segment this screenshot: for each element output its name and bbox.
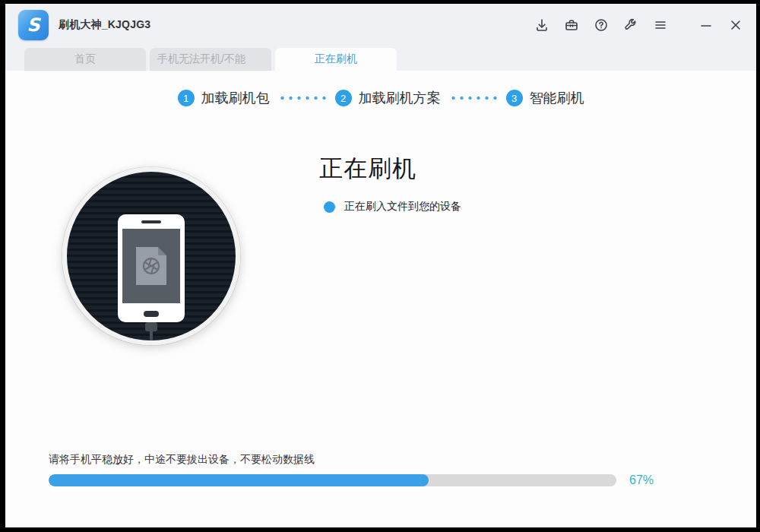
step-3: 3 智能刷机 — [506, 89, 584, 107]
status-text: 正在刷入文件到您的设备 — [344, 200, 461, 214]
tab-bar: 首页 手机无法开机/不能 正在刷机 — [5, 46, 756, 71]
toolbox-icon[interactable] — [562, 15, 581, 35]
step-2-circle: 2 — [335, 90, 352, 106]
usb-plug — [145, 322, 157, 331]
tab-home[interactable]: 首页 — [24, 48, 146, 71]
flashing-illustration — [62, 167, 240, 345]
step-indicator: 1 加载刷机包 2 加载刷机方案 3 智能刷机 — [5, 89, 756, 107]
step-1-circle: 1 — [178, 90, 195, 106]
step-connector-dots — [278, 96, 327, 100]
step-3-label: 智能刷机 — [530, 89, 584, 107]
svg-text:S: S — [27, 14, 41, 36]
phone-illustration — [118, 214, 185, 322]
progress-percent-label: 67% — [629, 473, 654, 487]
menu-icon[interactable] — [651, 15, 670, 35]
close-button[interactable] — [726, 15, 746, 35]
tab-phone-wont-boot-label: 手机无法开机/不能 — [157, 52, 245, 66]
step-1-label: 加载刷机包 — [201, 89, 270, 107]
app-window: S 刷机大神_KJQJG3 — [5, 4, 756, 527]
minimize-button[interactable] — [696, 15, 716, 35]
titlebar-actions — [532, 15, 746, 35]
main-text-block: 正在刷机 正在刷入文件到您的设备 — [319, 153, 461, 214]
step-2: 2 加载刷机方案 — [335, 89, 441, 107]
help-icon[interactable] — [591, 15, 611, 35]
step-connector-dots — [449, 96, 498, 100]
tab-home-label: 首页 — [74, 52, 96, 66]
file-fold-corner — [158, 247, 166, 255]
title-bar: S 刷机大神_KJQJG3 — [5, 4, 756, 46]
progress-bar — [49, 474, 616, 486]
tab-flashing-label: 正在刷机 — [315, 52, 357, 66]
firmware-file-icon — [136, 247, 166, 285]
tab-flashing[interactable]: 正在刷机 — [275, 48, 397, 71]
wrench-icon[interactable] — [621, 15, 641, 35]
footer: 请将手机平稳放好，中途不要拔出设备，不要松动数据线 67% — [49, 453, 713, 487]
content-area: 1 加载刷机包 2 加载刷机方案 3 智能刷机 — [5, 89, 756, 107]
window-title: 刷机大神_KJQJG3 — [59, 18, 150, 32]
phone-speaker — [141, 220, 161, 223]
step-2-label: 加载刷机方案 — [359, 89, 441, 107]
phone-home-button — [144, 311, 159, 317]
app-logo-icon: S — [18, 10, 49, 40]
usb-cable — [150, 331, 153, 345]
status-row: 正在刷入文件到您的设备 — [319, 200, 461, 214]
step-3-circle: 3 — [506, 90, 523, 106]
warning-text: 请将手机平稳放好，中途不要拔出设备，不要松动数据线 — [49, 453, 713, 467]
download-icon[interactable] — [532, 15, 552, 35]
progress-bar-fill — [49, 474, 429, 486]
progress-row: 67% — [49, 473, 713, 487]
status-dot-icon — [324, 201, 335, 213]
phone-screen — [122, 229, 180, 303]
page-title: 正在刷机 — [319, 153, 461, 185]
step-1: 1 加载刷机包 — [178, 89, 270, 107]
swirl-logo-icon — [140, 255, 163, 277]
tab-phone-wont-boot[interactable]: 手机无法开机/不能 — [150, 48, 271, 71]
